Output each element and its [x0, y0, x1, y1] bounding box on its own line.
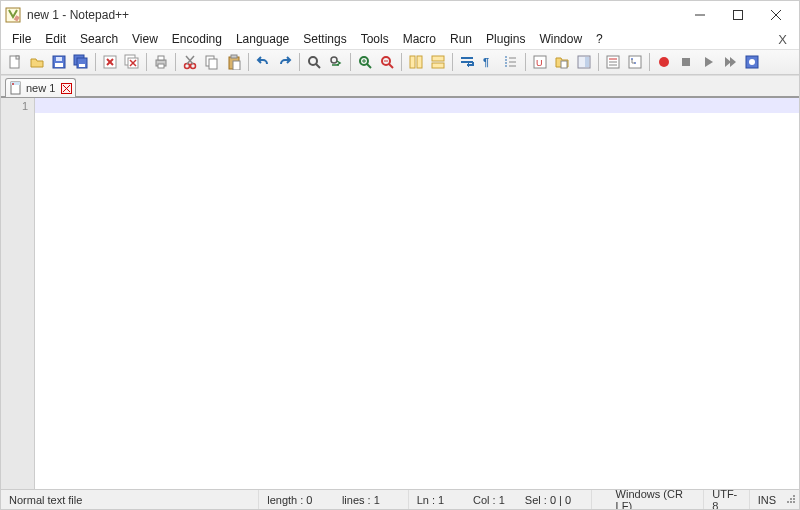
tab-new-1[interactable]: new 1	[5, 78, 76, 97]
svg-rect-29	[209, 59, 217, 69]
toolbar-separator	[299, 53, 300, 71]
menu-window[interactable]: Window	[532, 31, 589, 47]
stop-icon[interactable]	[675, 51, 697, 73]
status-filetype: Normal text file	[1, 490, 259, 509]
maximize-button[interactable]	[719, 1, 757, 29]
window-title: new 1 - Notepad++	[27, 8, 681, 22]
word-wrap-icon[interactable]	[456, 51, 478, 73]
resize-grip-icon[interactable]	[784, 493, 799, 506]
svg-rect-69	[682, 58, 690, 66]
all-chars-icon[interactable]: ¶	[478, 51, 500, 73]
lang-ud-icon[interactable]: U	[529, 51, 551, 73]
redo-icon[interactable]	[274, 51, 296, 73]
svg-point-24	[185, 64, 190, 69]
cut-icon[interactable]	[179, 51, 201, 73]
tab-close-icon[interactable]	[61, 83, 72, 94]
folder-doc-icon[interactable]	[551, 51, 573, 73]
close-window-button[interactable]	[757, 1, 795, 29]
menu-language[interactable]: Language	[229, 31, 296, 47]
svg-point-35	[331, 57, 337, 63]
svg-point-25	[191, 64, 196, 69]
text-area[interactable]	[35, 98, 799, 489]
status-sel: Sel : 0 | 0	[517, 490, 592, 509]
menu-plugins[interactable]: Plugins	[479, 31, 532, 47]
sync-h-icon[interactable]	[427, 51, 449, 73]
svg-rect-79	[793, 498, 795, 500]
menu-macro[interactable]: Macro	[396, 31, 443, 47]
save-macro-icon[interactable]	[741, 51, 763, 73]
svg-rect-10	[56, 57, 62, 61]
menu-tools[interactable]: Tools	[354, 31, 396, 47]
close-icon[interactable]	[99, 51, 121, 73]
svg-rect-58	[585, 57, 589, 67]
status-eol[interactable]: Windows (CR LF)	[608, 490, 705, 509]
new-file-icon[interactable]	[4, 51, 26, 73]
folder-tree-icon[interactable]	[624, 51, 646, 73]
menu-settings[interactable]: Settings	[296, 31, 353, 47]
svg-line-37	[367, 64, 371, 68]
toolbar-separator	[598, 53, 599, 71]
menu-encoding[interactable]: Encoding	[165, 31, 229, 47]
func-list-icon[interactable]	[602, 51, 624, 73]
svg-rect-44	[417, 56, 422, 68]
menu-help[interactable]: ?	[589, 31, 610, 47]
status-length: length : 0	[259, 490, 334, 509]
open-file-icon[interactable]	[26, 51, 48, 73]
status-encoding[interactable]: UTF-8	[704, 490, 750, 509]
record-icon[interactable]	[653, 51, 675, 73]
paste-icon[interactable]	[223, 51, 245, 73]
toolbar: ¶U	[1, 49, 799, 75]
close-all-icon[interactable]	[121, 51, 143, 73]
app-icon	[5, 7, 21, 23]
svg-rect-43	[410, 56, 415, 68]
svg-line-41	[389, 64, 393, 68]
save-icon[interactable]	[48, 51, 70, 73]
tab-label: new 1	[26, 82, 55, 94]
editor-area: 1	[1, 97, 799, 489]
status-ln: Ln : 1	[409, 490, 465, 509]
svg-rect-81	[790, 501, 792, 503]
copy-icon[interactable]	[201, 51, 223, 73]
save-all-icon[interactable]	[70, 51, 92, 73]
status-bar: Normal text file length : 0 lines : 1 Ln…	[1, 489, 799, 509]
find-icon[interactable]	[303, 51, 325, 73]
zoom-in-icon[interactable]	[354, 51, 376, 73]
line-number-gutter: 1	[1, 98, 35, 489]
menu-bar: File Edit Search View Encoding Language …	[1, 29, 799, 49]
menu-search[interactable]: Search	[73, 31, 125, 47]
svg-rect-78	[790, 498, 792, 500]
toolbar-separator	[95, 53, 96, 71]
print-icon[interactable]	[150, 51, 172, 73]
line-number-1: 1	[1, 100, 28, 112]
svg-rect-56	[561, 61, 567, 68]
menu-view[interactable]: View	[125, 31, 165, 47]
svg-rect-7	[16, 56, 19, 59]
tab-strip: new 1	[1, 75, 799, 97]
svg-point-68	[659, 57, 669, 67]
menu-edit[interactable]: Edit	[38, 31, 73, 47]
minimize-button[interactable]	[681, 1, 719, 29]
toolbar-separator	[175, 53, 176, 71]
svg-point-74	[12, 83, 14, 85]
svg-text:¶: ¶	[483, 56, 489, 68]
sync-v-icon[interactable]	[405, 51, 427, 73]
zoom-out-icon[interactable]	[376, 51, 398, 73]
menu-run[interactable]: Run	[443, 31, 479, 47]
svg-point-33	[309, 57, 317, 65]
svg-rect-23	[158, 64, 164, 68]
svg-rect-31	[231, 55, 237, 58]
menu-file[interactable]: File	[5, 31, 38, 47]
indent-guide-icon[interactable]	[500, 51, 522, 73]
toolbar-separator	[350, 53, 351, 71]
undo-icon[interactable]	[252, 51, 274, 73]
play-icon[interactable]	[697, 51, 719, 73]
play-multi-icon[interactable]	[719, 51, 741, 73]
doc-map-icon[interactable]	[573, 51, 595, 73]
toolbar-separator	[525, 53, 526, 71]
svg-rect-45	[432, 56, 444, 61]
current-line-highlight	[35, 98, 799, 113]
toolbar-separator	[146, 53, 147, 71]
close-doc-x-icon[interactable]: X	[770, 32, 795, 47]
status-mode[interactable]: INS	[750, 490, 784, 509]
replace-icon[interactable]	[325, 51, 347, 73]
